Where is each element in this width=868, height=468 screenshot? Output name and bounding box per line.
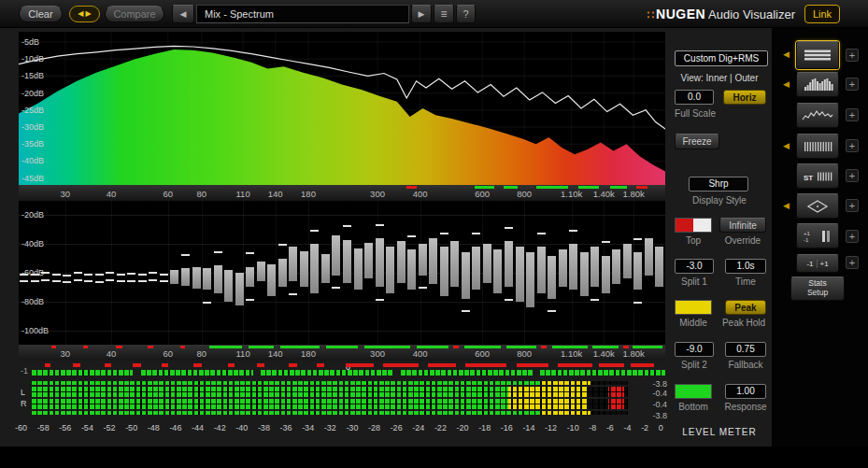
meter-scale-label: 0	[659, 423, 663, 433]
meter-scale-label: -56	[59, 423, 71, 433]
freq-tick-label: 1.10k	[561, 189, 582, 199]
display-slot-3-button[interactable]	[796, 103, 839, 128]
db-tick-label: -15dB	[21, 71, 44, 80]
correlation-bar	[261, 370, 392, 376]
slot1-add-button[interactable]: +	[846, 49, 859, 62]
brand-product: Audio Visualizer	[708, 7, 795, 21]
infinite-button[interactable]: Infinite	[719, 218, 766, 233]
view-mode-label[interactable]: View: Inner | Outer	[667, 73, 772, 83]
help-button[interactable]: ?	[456, 5, 476, 23]
slot1-arrow-icon[interactable]: ◀	[783, 50, 790, 59]
slot4-add-button[interactable]: +	[846, 139, 859, 152]
peak-hold-dash	[633, 238, 642, 240]
meter-scale-label: -44	[192, 423, 204, 433]
nugen-visualizer-window: Clear ◀▶ Compare ◀ Mix - Spectrum ▶ ≡ ? …	[0, 0, 868, 468]
display-slot-5-button[interactable]: ST	[796, 163, 839, 189]
peak-hold-dash	[246, 299, 254, 301]
v-gridline	[65, 201, 66, 345]
correlation-peak-tick	[73, 363, 80, 367]
middle-color-swatch[interactable]	[675, 300, 712, 315]
stereo-range-button[interactable]: -1+1	[796, 254, 839, 273]
stats-setup-button[interactable]: Stats Setup	[790, 277, 845, 301]
preset-prev-button[interactable]: ◀	[172, 5, 194, 23]
link-button[interactable]: Link	[804, 5, 840, 23]
preset-name-field[interactable]: Mix - Spectrum	[196, 5, 409, 23]
slot2-add-button[interactable]: +	[846, 78, 859, 91]
freq-tick-label: 400	[413, 189, 428, 199]
meter-scale-label: -48	[148, 423, 160, 433]
band-level-bar	[246, 267, 254, 288]
band-level-bar	[419, 244, 427, 276]
time-field[interactable]: 1.0s	[725, 259, 766, 274]
display-slot-4-button[interactable]	[796, 134, 839, 159]
clear-button[interactable]: Clear	[19, 6, 63, 22]
slot4-arrow-icon[interactable]: ◀	[783, 142, 790, 150]
band-level-bar	[559, 249, 567, 287]
peak-button[interactable]: Peak	[725, 300, 766, 315]
band-level-bar	[440, 247, 448, 295]
response-field[interactable]: 1.00	[725, 384, 766, 399]
rotate-value-field[interactable]: 0.0	[675, 90, 714, 105]
slot6-arrow-icon[interactable]: ◀	[783, 202, 790, 210]
slot5-add-button[interactable]: +	[846, 169, 859, 182]
slot7-add-button[interactable]: +	[846, 230, 859, 243]
slot8-add-button[interactable]: +	[846, 256, 859, 269]
meter-scale-label: -12	[545, 423, 557, 433]
meter-scale-label: -18	[478, 423, 491, 433]
freq-tick-label: 80	[197, 348, 207, 359]
response-label: Response	[721, 402, 770, 412]
meter-scale-label: -24	[412, 423, 424, 433]
band-level-bar	[602, 256, 610, 293]
correlation-peak-tick	[631, 363, 655, 367]
band-level-bar	[407, 249, 416, 290]
slot2-arrow-icon[interactable]: ◀	[783, 80, 790, 89]
band-level-bar	[192, 267, 201, 289]
band-level-bar	[354, 248, 363, 291]
frequency-axis-bottom: 304060801101401803004006008001.10k1.40k1…	[19, 345, 665, 361]
band-level-bar	[278, 259, 287, 288]
band-level-bar	[203, 268, 211, 290]
db-tick-label: -40dB	[21, 156, 44, 165]
band-level-dash	[84, 280, 92, 282]
display-slot-1-button[interactable]	[796, 41, 839, 69]
split2-field[interactable]: -9.0	[675, 342, 714, 357]
horiz-button[interactable]: Horiz	[723, 90, 766, 105]
band-level-dash	[74, 279, 82, 281]
display-slot-6-button[interactable]	[796, 193, 839, 219]
freeze-button[interactable]: Freeze	[675, 134, 719, 149]
band-level-bar	[397, 241, 406, 283]
compare-button[interactable]: Compare	[105, 6, 164, 22]
correlation-peak-tick	[428, 363, 457, 367]
prev-arrow-icon: ◀	[180, 9, 187, 19]
ab-swap-button[interactable]: ◀▶	[69, 6, 100, 22]
band-level-dash	[63, 275, 71, 277]
brand-logo: ∷NUGEN Audio Visualizer	[647, 7, 795, 21]
band-bars-panel: -20dB-40dB-60dB-80dB-100dB	[19, 201, 665, 345]
display-slot-7-button[interactable]: +1-1	[796, 223, 839, 248]
meter-yellow-segment	[541, 381, 590, 385]
peak-hold-dash	[505, 299, 513, 301]
freq-tick-label: 40	[107, 189, 117, 199]
scale-preset-field[interactable]: Custom Dig+RMS	[675, 50, 768, 66]
bottom-label: Bottom	[675, 402, 712, 412]
preset-next-button[interactable]: ▶	[411, 5, 432, 23]
preset-menu-button[interactable]: ≡	[434, 5, 454, 23]
top-color-swatch[interactable]	[675, 218, 712, 233]
display-slot-2-button[interactable]	[796, 72, 839, 97]
fallback-field[interactable]: 0.75	[725, 342, 766, 357]
level-meter-title: LEVEL METER	[667, 427, 772, 437]
display-style-field[interactable]: Shrp	[689, 177, 748, 191]
peak-hold-dash	[569, 230, 577, 232]
meter-scale-label: -14	[522, 423, 534, 433]
band-level-dash	[127, 280, 135, 282]
slot3-add-button[interactable]: +	[846, 108, 859, 121]
band-level-bar	[300, 251, 308, 288]
band-level-bar	[386, 247, 394, 292]
slot6-add-button[interactable]: +	[846, 199, 859, 212]
band-level-dash	[160, 274, 168, 276]
band-level-dash	[31, 274, 39, 276]
split1-field[interactable]: -3.0	[675, 259, 714, 274]
freq-activity-tick	[51, 346, 57, 348]
band-level-dash	[84, 274, 92, 276]
bottom-color-swatch[interactable]	[675, 384, 712, 399]
